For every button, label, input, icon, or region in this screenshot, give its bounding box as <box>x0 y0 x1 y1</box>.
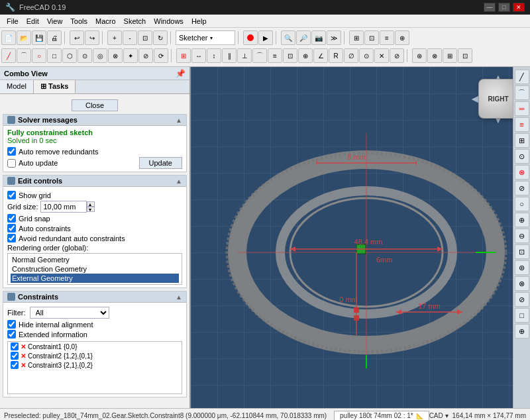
nav-cube-face[interactable]: RIGHT <box>478 79 518 119</box>
update-button[interactable]: Update <box>139 157 182 169</box>
rsk-11[interactable]: ⊖ <box>515 229 529 243</box>
constraints-header[interactable]: Constraints ▲ <box>3 291 186 303</box>
minimize-button[interactable]: — <box>484 3 496 12</box>
ct3[interactable]: ↕ <box>207 48 221 63</box>
rsk-15[interactable]: ⊘ <box>515 292 529 307</box>
avoid-redundant-checkbox[interactable] <box>7 234 16 242</box>
sk5[interactable]: ⊙ <box>78 48 92 63</box>
rsk-16[interactable]: □ <box>515 308 529 323</box>
solver-section-header[interactable]: Solver messages ▲ <box>3 115 186 126</box>
circle-btn[interactable] <box>243 30 258 45</box>
grid-size-input[interactable] <box>40 201 87 213</box>
ct1[interactable]: ⊞ <box>176 48 191 63</box>
close-button[interactable]: Close <box>72 99 118 111</box>
rsk-2[interactable]: ⌒ <box>515 85 529 100</box>
auto-remove-checkbox[interactable] <box>7 147 16 156</box>
canvas-area[interactable]: 8 mm 48,4 mm 0 mm 6mm 17 mm ▲ <box>191 67 530 408</box>
tb-extra1[interactable]: ⊞ <box>349 30 364 45</box>
more-btn[interactable]: ≫ <box>327 30 341 45</box>
rsk-5[interactable]: ⊞ <box>515 133 529 148</box>
c2-checkbox[interactable] <box>11 361 19 369</box>
open-btn[interactable]: 📂 <box>17 30 31 45</box>
rsk-17[interactable]: ⊕ <box>515 324 529 339</box>
rsk-6[interactable]: ⊙ <box>515 149 529 164</box>
spin-up[interactable]: ▲ <box>87 201 95 207</box>
play-btn[interactable]: ▶ <box>258 30 273 45</box>
menu-windows[interactable]: Windows <box>150 15 187 27</box>
ct9[interactable]: ⊕ <box>298 48 313 63</box>
rsk-4[interactable]: ≡ <box>515 117 529 132</box>
circ-btn[interactable]: ○ <box>32 48 46 63</box>
cad-dropdown[interactable]: CAD ▾ <box>429 412 449 419</box>
search2-btn[interactable]: 🔎 <box>296 30 311 45</box>
rsk-12[interactable]: ⊡ <box>515 244 529 259</box>
ct6[interactable]: ⌒ <box>252 48 267 63</box>
edit-controls-header[interactable]: Edit controls ▲ <box>3 176 186 187</box>
rsk-13[interactable]: ⊛ <box>515 260 529 275</box>
ct14[interactable]: ✕ <box>374 48 389 63</box>
constraints-collapse[interactable]: ▲ <box>176 293 182 301</box>
undo-btn[interactable]: ↩ <box>70 30 84 45</box>
rsk-3[interactable]: ═ <box>515 101 529 116</box>
ct8[interactable]: ⊡ <box>283 48 297 63</box>
constraint-item-1[interactable]: ✕ Constraint2 {1,2},{0,1} <box>8 351 182 360</box>
auto-update-checkbox[interactable] <box>7 159 16 168</box>
camera-btn[interactable]: 📷 <box>311 30 326 45</box>
arc-btn[interactable]: ⌒ <box>17 48 31 63</box>
ct12[interactable]: ∅ <box>344 48 358 63</box>
rendering-item-0[interactable]: Normal Geometry <box>11 255 179 264</box>
mt4[interactable]: ⊡ <box>458 48 472 63</box>
search-btn[interactable]: 🔍 <box>281 30 295 45</box>
menu-file[interactable]: File <box>3 15 23 27</box>
rsk-1[interactable]: ╱ <box>515 70 529 84</box>
tb-extra4[interactable]: ⊕ <box>395 30 409 45</box>
auto-constraints-checkbox[interactable] <box>7 224 16 233</box>
print-btn[interactable]: 🖨 <box>47 30 62 45</box>
mt3[interactable]: ⊞ <box>443 48 457 63</box>
rot-btn[interactable]: ↻ <box>153 30 168 45</box>
ct7[interactable]: ≡ <box>268 48 282 63</box>
c1-checkbox[interactable] <box>11 352 19 360</box>
spin-down[interactable]: ▼ <box>87 207 95 212</box>
sk9[interactable]: ⊘ <box>138 48 153 63</box>
rect-btn[interactable]: □ <box>47 48 62 63</box>
rsk-14[interactable]: ⊗ <box>515 276 529 291</box>
save-btn[interactable]: 💾 <box>32 30 46 45</box>
tb-extra3[interactable]: ≡ <box>380 30 394 45</box>
filter-select[interactable]: All Normal Construction External <box>30 307 109 319</box>
new-btn[interactable]: 📄 <box>1 30 16 45</box>
rsk-8[interactable]: ⊘ <box>515 181 529 195</box>
constraint-item-0[interactable]: ✕ Constraint1 {0,0} <box>8 342 182 351</box>
edit-controls-collapse[interactable]: ▲ <box>176 178 182 185</box>
sk6[interactable]: ◎ <box>93 48 107 63</box>
grid-snap-checkbox[interactable] <box>7 214 16 223</box>
tb-extra2[interactable]: ⊡ <box>364 30 379 45</box>
rsk-7[interactable]: ⊗ <box>515 165 529 180</box>
ct11[interactable]: R <box>329 48 343 63</box>
mt1[interactable]: ⊛ <box>412 48 427 63</box>
ct5[interactable]: ⊥ <box>237 48 252 63</box>
rendering-item-1[interactable]: Construction Geometry <box>11 264 179 274</box>
hide-internal-checkbox[interactable] <box>7 320 16 329</box>
ct4[interactable]: ∥ <box>222 48 237 63</box>
tab-tasks[interactable]: ⊞ Tasks <box>34 80 76 93</box>
rsk-10[interactable]: ⊕ <box>515 213 529 227</box>
fit-btn[interactable]: ⊡ <box>138 30 152 45</box>
tab-model[interactable]: Model <box>0 80 34 93</box>
maximize-button[interactable]: □ <box>498 3 510 12</box>
sk10[interactable]: ⟳ <box>154 48 168 63</box>
zoom-out-btn[interactable]: - <box>123 30 137 45</box>
panel-pin-icon[interactable]: 📌 <box>176 69 186 78</box>
ct2[interactable]: ↔ <box>191 48 206 63</box>
menu-help[interactable]: Help <box>187 15 211 27</box>
sk7[interactable]: ⊗ <box>108 48 123 63</box>
sk8[interactable]: ✦ <box>123 48 138 63</box>
show-grid-checkbox[interactable] <box>7 191 16 199</box>
menu-edit[interactable]: Edit <box>23 15 43 27</box>
menu-sketch[interactable]: Sketch <box>120 15 150 27</box>
file-tab[interactable]: pulley 180t 74mm 02 : 1* 📐 <box>334 411 429 420</box>
constraint-item-2[interactable]: ✕ Constraint3 {2,1},{0,2} <box>8 360 182 370</box>
c0-checkbox[interactable] <box>11 342 19 350</box>
line-btn[interactable]: ╱ <box>1 48 16 63</box>
menu-view[interactable]: View <box>43 15 67 27</box>
